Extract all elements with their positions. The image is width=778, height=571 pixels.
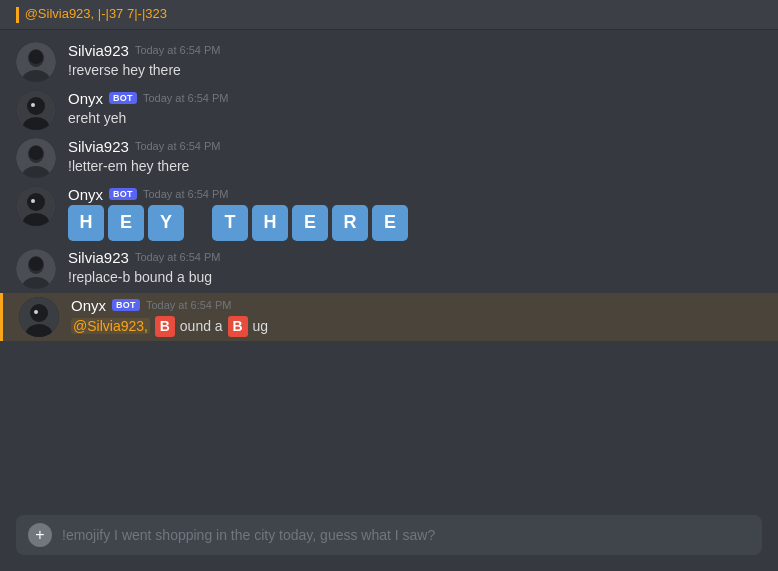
message-group: Onyx BOT Today at 6:54 PM H E Y T H E R … [0,182,778,245]
letter-boxes: H E Y T H E R E [68,205,762,241]
message-text: !letter-em hey there [68,157,762,177]
message-text: ereht yeh [68,109,762,129]
replace-b-badge: B [228,316,248,338]
svg-point-7 [31,103,35,107]
avatar [16,42,56,82]
svg-point-19 [29,257,43,271]
message-group: Silvia923 Today at 6:54 PM !replace-b bo… [0,245,778,293]
avatar [16,90,56,130]
messages-container: Silvia923 Today at 6:54 PM !reverse hey … [0,30,778,505]
message-content: Silvia923 Today at 6:54 PM !replace-b bo… [68,249,762,288]
letter-box: Y [148,205,184,241]
message-header: Silvia923 Today at 6:54 PM [68,138,762,155]
message-content: Silvia923 Today at 6:54 PM !reverse hey … [68,42,762,81]
message-group: Silvia923 Today at 6:54 PM !reverse hey … [0,38,778,86]
avatar [19,297,59,337]
message-content: Silvia923 Today at 6:54 PM !letter-em he… [68,138,762,177]
message-header: Onyx BOT Today at 6:54 PM [68,186,762,203]
username: Onyx [71,297,106,314]
message-group-highlighted: Onyx BOT Today at 6:54 PM @Silvia923, B … [0,293,778,342]
message-header: Silvia923 Today at 6:54 PM [68,42,762,59]
username: Silvia923 [68,138,129,155]
letter-box: E [372,205,408,241]
message-content: Onyx BOT Today at 6:54 PM @Silvia923, B … [71,297,762,338]
svg-point-21 [30,304,48,322]
avatar [16,138,56,178]
svg-point-11 [29,146,43,160]
top-mention-text: @Silvia923, |-|37 7|-|323 [25,6,167,21]
mention: @Silvia923, [71,318,150,334]
letter-box: R [332,205,368,241]
message-header: Onyx BOT Today at 6:54 PM [71,297,762,314]
svg-point-3 [29,50,43,64]
avatar [16,249,56,289]
pipe-indicator [16,7,19,23]
message-text: @Silvia923, B ound a B ug [71,316,762,338]
add-button[interactable]: + [28,523,52,547]
bot-badge: BOT [112,299,140,311]
message-text: !reverse hey there [68,61,762,81]
message-content: Onyx BOT Today at 6:54 PM ereht yeh [68,90,762,129]
message-group: Onyx BOT Today at 6:54 PM ereht yeh [0,86,778,134]
letter-box-space [188,205,208,241]
text-part: ound a [180,318,227,334]
message-text: !replace-b bound a bug [68,268,762,288]
message-header: Onyx BOT Today at 6:54 PM [68,90,762,107]
message-input[interactable] [62,527,750,543]
top-mention-bar: @Silvia923, |-|37 7|-|323 [0,0,778,30]
letter-box: H [68,205,104,241]
bot-badge: BOT [109,92,137,104]
username: Onyx [68,186,103,203]
username: Silvia923 [68,249,129,266]
input-area: + [0,505,778,571]
timestamp: Today at 6:54 PM [143,92,229,104]
svg-point-15 [31,199,35,203]
svg-point-13 [27,193,45,211]
message-header: Silvia923 Today at 6:54 PM [68,249,762,266]
input-wrapper: + [16,515,762,555]
bot-badge: BOT [109,188,137,200]
letter-box: T [212,205,248,241]
username: Onyx [68,90,103,107]
replace-b-badge: B [155,316,175,338]
timestamp: Today at 6:54 PM [135,140,221,152]
letter-box: E [292,205,328,241]
username: Silvia923 [68,42,129,59]
svg-point-5 [27,97,45,115]
message-group: Silvia923 Today at 6:54 PM !letter-em he… [0,134,778,182]
timestamp: Today at 6:54 PM [146,299,232,311]
letter-box: H [252,205,288,241]
timestamp: Today at 6:54 PM [135,251,221,263]
text-part: ug [253,318,269,334]
timestamp: Today at 6:54 PM [135,44,221,56]
timestamp: Today at 6:54 PM [143,188,229,200]
svg-point-23 [34,310,38,314]
letter-box: E [108,205,144,241]
message-content: Onyx BOT Today at 6:54 PM H E Y T H E R … [68,186,762,241]
avatar [16,186,56,226]
